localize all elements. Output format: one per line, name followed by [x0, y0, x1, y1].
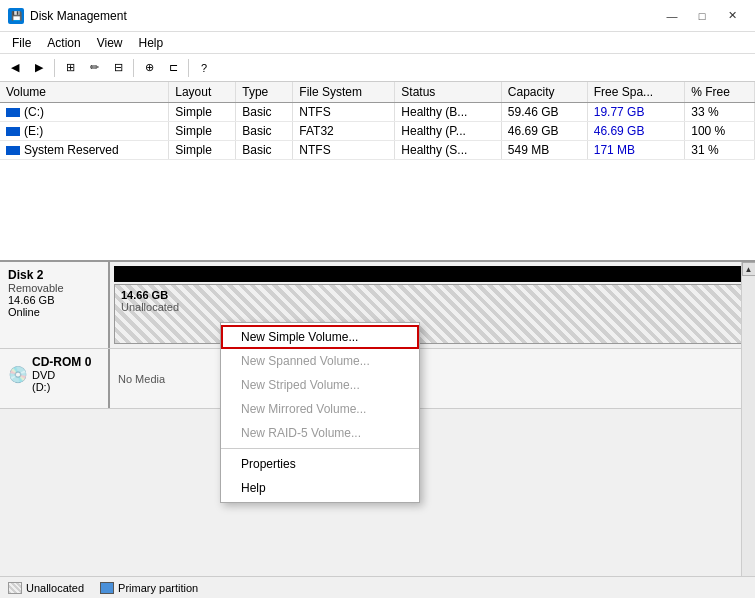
volume-table: Volume Layout Type File System Status Ca…: [0, 82, 755, 160]
disk-view-area: Disk 2 Removable 14.66 GB Online 14.66 G…: [0, 262, 755, 598]
cdrom-name: CD-ROM 0: [32, 355, 91, 369]
legend-unallocated: Unallocated: [8, 582, 84, 594]
cell-fs-1: FAT32: [293, 122, 395, 141]
legend-primary-box: [100, 582, 114, 594]
table-row[interactable]: System Reserved Simple Basic NTFS Health…: [0, 141, 755, 160]
ctx-help[interactable]: Help: [221, 476, 419, 500]
ctx-separator: [221, 448, 419, 449]
cell-type-0: Basic: [236, 103, 293, 122]
ctx-properties[interactable]: Properties: [221, 452, 419, 476]
toolbar-sep-2: [133, 59, 134, 77]
disk2-unalloc-label: Unallocated: [121, 301, 744, 313]
cell-capacity-2: 549 MB: [501, 141, 587, 160]
window-title: Disk Management: [30, 9, 127, 23]
disk2-label: Disk 2 Removable 14.66 GB Online: [0, 262, 110, 348]
cell-free-2: 171 MB: [587, 141, 685, 160]
toolbar-sep-1: [54, 59, 55, 77]
menu-help[interactable]: Help: [131, 34, 172, 52]
menu-bar: File Action View Help: [0, 32, 755, 54]
format-button[interactable]: ⊕: [138, 57, 160, 79]
cdrom-content: No Media: [110, 349, 755, 408]
table-row[interactable]: (C:) Simple Basic NTFS Healthy (B... 59.…: [0, 103, 755, 122]
toolbar: ◀ ▶ ⊞ ✏ ⊟ ⊕ ⊏ ?: [0, 54, 755, 82]
disk2-type: Removable: [8, 282, 100, 294]
forward-button[interactable]: ▶: [28, 57, 50, 79]
cell-fs-2: NTFS: [293, 141, 395, 160]
ctx-new-striped[interactable]: New Striped Volume...: [221, 373, 419, 397]
maximize-button[interactable]: □: [687, 6, 717, 26]
title-bar: 💾 Disk Management — □ ✕: [0, 0, 755, 32]
cdrom-drive: (D:): [32, 381, 91, 393]
ctx-new-simple[interactable]: New Simple Volume...: [221, 325, 419, 349]
disk2-content: 14.66 GB Unallocated: [110, 262, 755, 348]
table-row[interactable]: (E:) Simple Basic FAT32 Healthy (P... 46…: [0, 122, 755, 141]
cdrom-media: No Media: [118, 373, 747, 385]
window-controls: — □ ✕: [657, 6, 747, 26]
cell-pct-2: 31 %: [685, 141, 755, 160]
col-status: Status: [395, 82, 502, 103]
cell-free-1: 46.69 GB: [587, 122, 685, 141]
minimize-button[interactable]: —: [657, 6, 687, 26]
col-type: Type: [236, 82, 293, 103]
cell-pct-1: 100 %: [685, 122, 755, 141]
col-pct: % Free: [685, 82, 755, 103]
toolbar-sep-3: [188, 59, 189, 77]
context-menu: New Simple Volume... New Spanned Volume.…: [220, 322, 420, 503]
cell-status-2: Healthy (S...: [395, 141, 502, 160]
cell-status-1: Healthy (P...: [395, 122, 502, 141]
ctx-new-raid5[interactable]: New RAID-5 Volume...: [221, 421, 419, 445]
back-button[interactable]: ◀: [4, 57, 26, 79]
app-icon: 💾: [8, 8, 24, 24]
ctx-new-spanned[interactable]: New Spanned Volume...: [221, 349, 419, 373]
menu-action[interactable]: Action: [39, 34, 88, 52]
col-fs: File System: [293, 82, 395, 103]
scroll-up-button[interactable]: ▲: [742, 262, 756, 276]
main-container: Volume Layout Type File System Status Ca…: [0, 82, 755, 598]
col-free: Free Spa...: [587, 82, 685, 103]
col-capacity: Capacity: [501, 82, 587, 103]
cell-layout-1: Simple: [169, 122, 236, 141]
scroll-track: [742, 276, 756, 584]
legend-unalloc-box: [8, 582, 22, 594]
cell-status-0: Healthy (B...: [395, 103, 502, 122]
remove-button[interactable]: ⊟: [107, 57, 129, 79]
cell-type-1: Basic: [236, 122, 293, 141]
scrollbar-right[interactable]: ▲ ▼: [741, 262, 755, 598]
legend-bar: Unallocated Primary partition: [0, 576, 755, 598]
cell-type-2: Basic: [236, 141, 293, 160]
cell-layout-2: Simple: [169, 141, 236, 160]
close-button[interactable]: ✕: [717, 6, 747, 26]
menu-view[interactable]: View: [89, 34, 131, 52]
disk2-name: Disk 2: [8, 268, 100, 282]
cell-layout-0: Simple: [169, 103, 236, 122]
volume-table-container: Volume Layout Type File System Status Ca…: [0, 82, 755, 262]
col-volume: Volume: [0, 82, 169, 103]
disk2-size: 14.66 GB: [8, 294, 100, 306]
menu-file[interactable]: File: [4, 34, 39, 52]
cell-pct-0: 33 %: [685, 103, 755, 122]
disk2-status: Online: [8, 306, 100, 318]
disk2-unalloc-size: 14.66 GB: [121, 289, 744, 301]
col-layout: Layout: [169, 82, 236, 103]
cell-capacity-0: 59.46 GB: [501, 103, 587, 122]
legend-primary-label: Primary partition: [118, 582, 198, 594]
legend-primary: Primary partition: [100, 582, 198, 594]
ctx-new-mirrored[interactable]: New Mirrored Volume...: [221, 397, 419, 421]
help-toolbar-button[interactable]: ?: [193, 57, 215, 79]
cell-volume-1: (E:): [0, 122, 169, 141]
disk2-bar-top: [114, 266, 751, 282]
cell-fs-0: NTFS: [293, 103, 395, 122]
props-button[interactable]: ⊏: [162, 57, 184, 79]
edit-button[interactable]: ✏: [83, 57, 105, 79]
cdrom-type: DVD: [32, 369, 91, 381]
legend-unalloc-label: Unallocated: [26, 582, 84, 594]
cell-free-0: 19.77 GB: [587, 103, 685, 122]
cell-capacity-1: 46.69 GB: [501, 122, 587, 141]
cdrom-label: 💿 CD-ROM 0 DVD (D:): [0, 349, 110, 408]
cdrom-icon: 💿: [8, 365, 28, 384]
disk-defrag-button[interactable]: ⊞: [59, 57, 81, 79]
cell-volume-2: System Reserved: [0, 141, 169, 160]
disk2-unallocated[interactable]: 14.66 GB Unallocated: [114, 284, 751, 344]
cell-volume-0: (C:): [0, 103, 169, 122]
